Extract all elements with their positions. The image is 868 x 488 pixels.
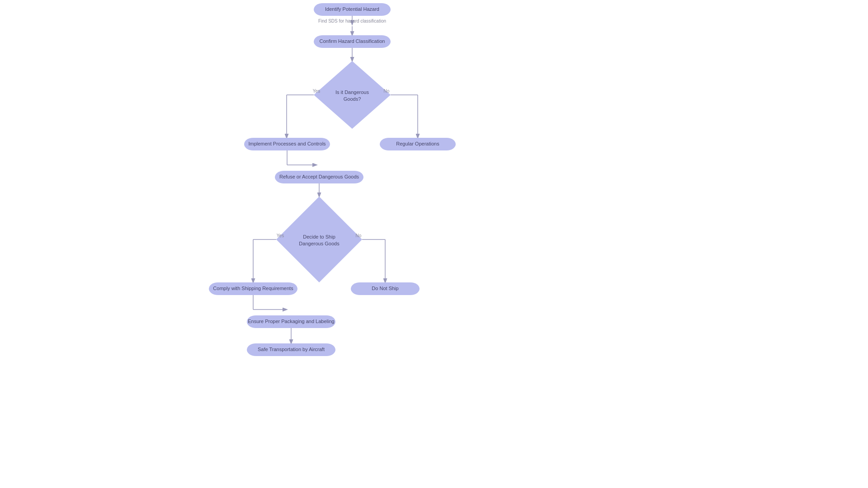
- node-identify: Identify Potential Hazard: [314, 3, 391, 16]
- comply-label: Comply with Shipping Requirements: [213, 286, 293, 291]
- node-safe-transport: Safe Transportation by Aircraft: [247, 343, 335, 356]
- node-decide-ship: Decide to Ship Dangerous Goods: [276, 197, 362, 282]
- node-confirm: Confirm Hazard Classification: [314, 35, 391, 48]
- safe-transport-label: Safe Transportation by Aircraft: [258, 347, 325, 352]
- yes-label-2: Yes: [277, 233, 284, 238]
- identify-label: Identify Potential Hazard: [325, 6, 379, 12]
- node-comply: Comply with Shipping Requirements: [209, 282, 297, 295]
- regular-label: Regular Operations: [396, 141, 439, 146]
- is-dangerous-label2: Goods?: [344, 96, 361, 102]
- node-is-dangerous: Is it Dangerous Goods?: [314, 61, 391, 129]
- find-sds-label: Find SDS for hazard classification: [318, 19, 386, 23]
- node-do-not-ship: Do Not Ship: [351, 282, 420, 295]
- node-implement: Implement Processes and Controls: [244, 138, 330, 150]
- refuse-accept-label: Refuse or Accept Dangerous Goods: [279, 174, 359, 179]
- no-label-2: No: [356, 233, 362, 238]
- confirm-label: Confirm Hazard Classification: [320, 38, 385, 44]
- decide-ship-label: Decide to Ship: [303, 234, 335, 239]
- no-label-1: No: [384, 89, 390, 94]
- flowchart-svg: Identify Potential Hazard Find SDS for h…: [0, 0, 868, 488]
- implement-label: Implement Processes and Controls: [248, 141, 326, 146]
- decide-ship-label2: Dangerous Goods: [299, 241, 340, 246]
- main-canvas: Identify Potential Hazard Find SDS for h…: [0, 0, 868, 488]
- is-dangerous-label: Is it Dangerous: [335, 89, 369, 95]
- yes-label-1: Yes: [313, 89, 320, 94]
- node-packaging: Ensure Proper Packaging and Labeling: [247, 315, 335, 328]
- packaging-label: Ensure Proper Packaging and Labeling: [248, 319, 334, 324]
- do-not-ship-label: Do Not Ship: [372, 286, 398, 291]
- node-regular: Regular Operations: [380, 138, 456, 150]
- svg-marker-3: [314, 61, 391, 129]
- node-refuse-accept: Refuse or Accept Dangerous Goods: [275, 171, 363, 183]
- svg-marker-7: [276, 197, 362, 282]
